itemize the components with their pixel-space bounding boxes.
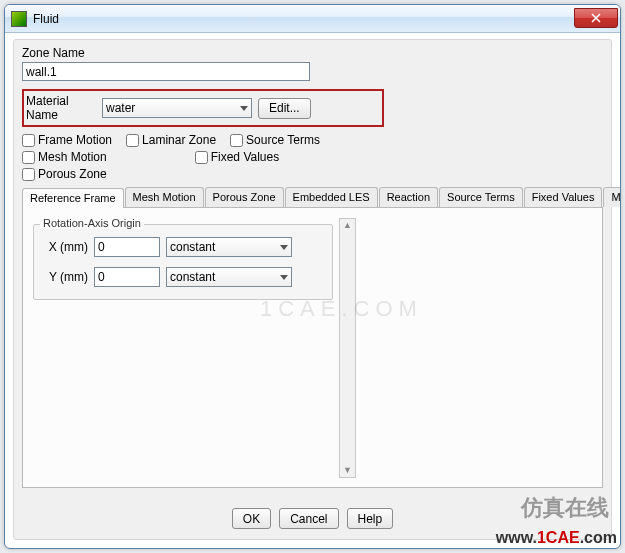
tab-content: Rotation-Axis Origin X (mm) constant Y (… [22, 208, 603, 488]
zone-name-label: Zone Name [22, 46, 603, 60]
material-name-row: Material Name water Edit... [22, 89, 384, 127]
rotation-axis-origin-legend: Rotation-Axis Origin [40, 217, 144, 229]
laminar-zone-box[interactable] [126, 134, 139, 147]
source-terms-box[interactable] [230, 134, 243, 147]
x-input[interactable] [94, 237, 160, 257]
x-type-select[interactable]: constant [166, 237, 292, 257]
close-icon [591, 13, 601, 23]
zone-name-input[interactable] [22, 62, 310, 81]
porous-zone-check[interactable]: Porous Zone [22, 167, 107, 181]
x-type-value: constant [170, 240, 215, 254]
ok-button[interactable]: OK [232, 508, 271, 529]
cancel-button[interactable]: Cancel [279, 508, 338, 529]
porous-zone-box[interactable] [22, 168, 35, 181]
tab-porous-zone[interactable]: Porous Zone [205, 187, 284, 207]
tab-source-terms[interactable]: Source Terms [439, 187, 523, 207]
x-label: X (mm) [42, 240, 88, 254]
close-button[interactable] [574, 8, 618, 28]
scroll-down-icon: ▼ [343, 466, 352, 475]
watermark-url: www.1CAE.com [496, 529, 617, 547]
laminar-zone-check[interactable]: Laminar Zone [126, 133, 216, 147]
scroll-up-icon: ▲ [343, 221, 352, 230]
chevron-down-icon [280, 275, 288, 280]
source-terms-check[interactable]: Source Terms [230, 133, 320, 147]
watermark-cn: 仿真在线 [521, 493, 609, 523]
frame-motion-check[interactable]: Frame Motion [22, 133, 112, 147]
tab-reaction[interactable]: Reaction [379, 187, 438, 207]
mesh-motion-check[interactable]: Mesh Motion [22, 150, 107, 164]
chevron-down-icon [240, 106, 248, 111]
reference-frame-pane: Rotation-Axis Origin X (mm) constant Y (… [33, 218, 333, 477]
tab-mesh-motion[interactable]: Mesh Motion [125, 187, 204, 207]
fixed-values-check[interactable]: Fixed Values [195, 150, 279, 164]
options-checks: Frame Motion Laminar Zone Source Terms M… [22, 133, 603, 181]
y-label: Y (mm) [42, 270, 88, 284]
window-title: Fluid [33, 12, 574, 26]
fixed-values-box[interactable] [195, 151, 208, 164]
vertical-scrollbar[interactable]: ▲ ▼ [339, 218, 356, 478]
frame-motion-box[interactable] [22, 134, 35, 147]
fluid-dialog: Fluid Zone Name Material Name water Edit… [4, 4, 621, 549]
chevron-down-icon [280, 245, 288, 250]
edit-material-button[interactable]: Edit... [258, 98, 311, 119]
y-type-select[interactable]: constant [166, 267, 292, 287]
watermark-center: 1CAE.COM [260, 296, 423, 322]
tab-bar: Reference Frame Mesh Motion Porous Zone … [22, 187, 603, 208]
material-name-label: Material Name [24, 94, 102, 122]
y-type-value: constant [170, 270, 215, 284]
tab-embedded-les[interactable]: Embedded LES [285, 187, 378, 207]
tab-multiphase[interactable]: Multiphase [603, 187, 621, 207]
material-name-select[interactable]: water [102, 98, 252, 118]
mesh-motion-box[interactable] [22, 151, 35, 164]
material-name-value: water [106, 101, 135, 115]
y-input[interactable] [94, 267, 160, 287]
titlebar: Fluid [5, 5, 620, 33]
app-icon [11, 11, 27, 27]
help-button[interactable]: Help [347, 508, 394, 529]
rotation-axis-origin-group: Rotation-Axis Origin X (mm) constant Y (… [33, 224, 333, 300]
client-area: Zone Name Material Name water Edit... Fr… [13, 39, 612, 540]
tab-reference-frame[interactable]: Reference Frame [22, 188, 124, 208]
tab-fixed-values[interactable]: Fixed Values [524, 187, 603, 207]
